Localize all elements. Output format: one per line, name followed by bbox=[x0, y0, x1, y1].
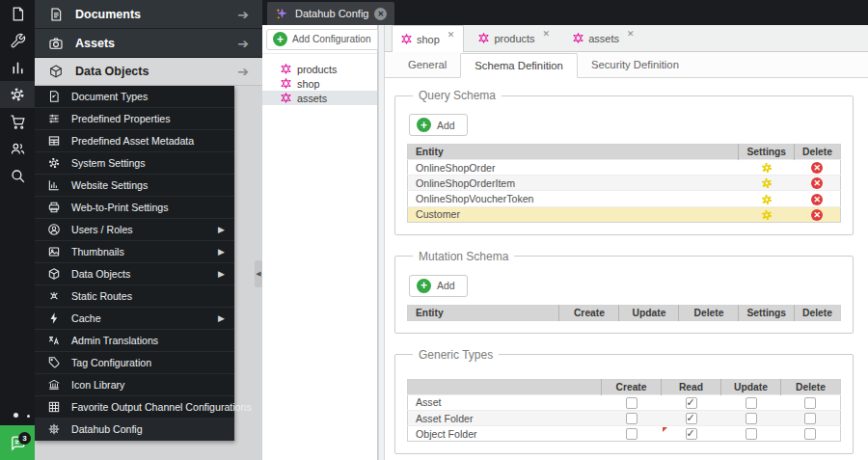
feedback-chat-button[interactable]: 3 bbox=[0, 425, 35, 460]
menu-item-web-to-print-settings[interactable]: Web-to-Print Settings bbox=[35, 197, 234, 219]
submenu-arrow-icon: ▶ bbox=[218, 313, 225, 323]
settings-gear-icon[interactable] bbox=[761, 162, 773, 174]
menu-item-label: Users / Roles bbox=[71, 224, 218, 235]
table-row[interactable]: OnlineShopVoucherToken ✕ bbox=[408, 191, 841, 206]
read-checkbox[interactable] bbox=[686, 397, 697, 409]
delete-icon[interactable]: ✕ bbox=[811, 209, 823, 221]
close-icon[interactable]: ✕ bbox=[627, 29, 635, 39]
arrow-right-icon: ➔ bbox=[237, 64, 249, 79]
config-node-label: products bbox=[297, 64, 337, 75]
update-checkbox[interactable] bbox=[746, 413, 757, 424]
settings-gear-icon[interactable] bbox=[761, 194, 773, 205]
menu-item-label: Predefined Asset Metadata bbox=[71, 135, 225, 147]
menu-item-icon-library[interactable]: Icon Library bbox=[35, 374, 234, 396]
panel-splitter[interactable] bbox=[378, 25, 385, 460]
subtab-general[interactable]: General bbox=[394, 52, 460, 77]
column-header-settings[interactable]: Settings bbox=[739, 145, 795, 160]
menu-item-predefined-asset-metadata[interactable]: Predefined Asset Metadata bbox=[35, 130, 234, 152]
column-header-update[interactable]: Update bbox=[721, 379, 781, 394]
editor-tab-products[interactable]: products ✕ bbox=[470, 25, 558, 51]
delete-checkbox[interactable] bbox=[804, 428, 816, 440]
bar-chart-icon[interactable] bbox=[0, 54, 35, 81]
update-checkbox[interactable] bbox=[746, 397, 757, 409]
create-checkbox[interactable] bbox=[626, 428, 637, 440]
config-toolbar: + Add Configuration ▼ bbox=[262, 25, 377, 54]
menu-item-static-routes[interactable]: Static Routes bbox=[35, 285, 234, 308]
graphql-icon bbox=[478, 33, 489, 43]
column-header-delete[interactable]: Delete bbox=[679, 305, 739, 320]
config-node-assets[interactable]: assets bbox=[262, 91, 377, 105]
wrench-icon[interactable] bbox=[0, 27, 35, 54]
panel-collapse-handle[interactable]: ◀ bbox=[255, 260, 262, 287]
column-header-delete[interactable]: Delete bbox=[781, 379, 841, 394]
add-configuration-button[interactable]: + Add Configuration ▼ bbox=[266, 29, 395, 50]
column-header-settings[interactable]: Settings bbox=[739, 305, 795, 320]
shopping-cart-icon[interactable] bbox=[0, 108, 35, 135]
read-checkbox[interactable] bbox=[686, 428, 697, 440]
menu-item-datahub-config[interactable]: Datahub Config bbox=[35, 419, 234, 441]
column-header-update[interactable]: Update bbox=[619, 305, 679, 320]
create-checkbox[interactable] bbox=[626, 413, 637, 424]
editor-tab-assets[interactable]: assets ✕ bbox=[564, 25, 642, 51]
editor-tab-shop[interactable]: shop ✕ bbox=[392, 25, 464, 52]
table-row-selected[interactable]: Customer ✕ bbox=[408, 206, 841, 222]
menu-item-label: Website Settings bbox=[71, 179, 225, 191]
menu-item-document-types[interactable]: Document Types bbox=[35, 86, 234, 108]
subtab-security-definition[interactable]: Security Definition bbox=[578, 52, 692, 77]
menu-item-system-settings[interactable]: System Settings bbox=[35, 152, 234, 175]
column-header-create[interactable]: Create bbox=[602, 379, 662, 394]
update-checkbox[interactable] bbox=[746, 428, 757, 440]
search-icon[interactable] bbox=[0, 162, 35, 189]
read-checkbox[interactable] bbox=[686, 413, 697, 424]
file-icon[interactable] bbox=[0, 0, 35, 27]
workspace: Datahub Config ✕ + Add Configuration ▼ p… bbox=[262, 0, 868, 460]
delete-checkbox[interactable] bbox=[804, 397, 816, 409]
lightning-icon bbox=[47, 311, 61, 325]
column-header-delete2[interactable]: Delete bbox=[795, 305, 841, 320]
table-row[interactable]: OnlineShopOrderItem ✕ bbox=[408, 176, 841, 191]
menu-item-users-roles[interactable]: Users / Roles ▶ bbox=[35, 219, 234, 241]
menu-item-predefined-properties[interactable]: Predefined Properties bbox=[35, 108, 234, 130]
close-icon[interactable]: ✕ bbox=[374, 8, 387, 20]
accordion-data-objects[interactable]: Data Objects ➔ bbox=[35, 58, 262, 86]
delete-icon[interactable]: ✕ bbox=[811, 194, 823, 205]
accordion-documents[interactable]: Documents ➔ bbox=[35, 0, 262, 29]
sliders-icon bbox=[47, 112, 61, 125]
workspace-tab-datahub-config[interactable]: Datahub Config ✕ bbox=[267, 2, 394, 25]
delete-checkbox[interactable] bbox=[804, 413, 816, 424]
column-header-delete[interactable]: Delete bbox=[795, 145, 841, 160]
entity-cell: OnlineShopOrder bbox=[408, 160, 739, 176]
pagination-dots[interactable] bbox=[0, 409, 35, 420]
menu-item-admin-translations[interactable]: Admin Translations bbox=[35, 330, 234, 352]
mutation-schema-add-button[interactable]: + Add bbox=[409, 275, 468, 297]
column-header-entity[interactable]: Entity bbox=[408, 145, 739, 160]
column-header-read[interactable]: Read bbox=[662, 379, 721, 394]
menu-item-tag-configuration[interactable]: Tag Configuration bbox=[35, 352, 234, 374]
menu-item-cache[interactable]: Cache ▶ bbox=[35, 308, 234, 330]
settings-gear-icon[interactable] bbox=[761, 177, 773, 189]
delete-icon[interactable]: ✕ bbox=[811, 177, 823, 189]
menu-item-favorite-output-channel-configurations[interactable]: Favorite Output Channel Configurations bbox=[35, 396, 234, 419]
menu-item-website-settings[interactable]: Website Settings bbox=[35, 175, 234, 197]
grid-header-row: Create Read Update Delete bbox=[408, 379, 841, 394]
column-header-create[interactable]: Create bbox=[559, 305, 619, 320]
gear-icon[interactable] bbox=[0, 81, 35, 108]
accordion-assets[interactable]: Assets ➔ bbox=[35, 29, 262, 58]
plus-icon: + bbox=[417, 118, 431, 132]
users-icon[interactable] bbox=[0, 135, 35, 162]
config-node-products[interactable]: products bbox=[262, 62, 377, 76]
subtab-schema-definition[interactable]: Schema Definition bbox=[460, 53, 578, 78]
close-icon[interactable]: ✕ bbox=[448, 30, 455, 40]
arrow-right-icon: ➔ bbox=[237, 7, 249, 22]
close-icon[interactable]: ✕ bbox=[543, 29, 551, 39]
table-row[interactable]: OnlineShopOrder ✕ bbox=[408, 160, 841, 176]
menu-item-thumbnails[interactable]: Thumbnails ▶ bbox=[35, 241, 234, 263]
graphql-icon bbox=[573, 33, 583, 43]
query-schema-add-button[interactable]: + Add bbox=[409, 114, 468, 136]
settings-gear-icon[interactable] bbox=[761, 209, 773, 221]
config-node-shop[interactable]: shop bbox=[262, 76, 377, 91]
create-checkbox[interactable] bbox=[626, 397, 637, 409]
delete-icon[interactable]: ✕ bbox=[811, 162, 823, 174]
menu-item-data-objects[interactable]: Data Objects ▶ bbox=[35, 263, 234, 285]
column-header-entity[interactable]: Entity bbox=[408, 305, 559, 320]
